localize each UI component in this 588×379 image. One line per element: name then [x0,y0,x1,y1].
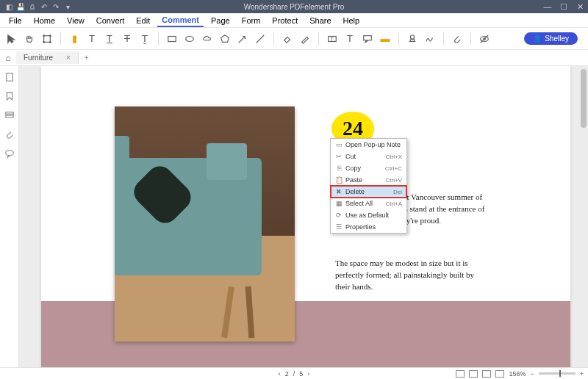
delete-icon: ✖ [334,188,344,195]
line-shape-icon[interactable] [253,32,268,46]
quick-access-toolbar: ◧ 💾 ⎙ ↶ ↷ ▾ [0,2,72,11]
menu-comment[interactable]: Comment [157,14,204,27]
home-tab-icon[interactable]: ⌂ [0,53,16,63]
bookmarks-panel-icon[interactable] [4,91,15,101]
menu-help[interactable]: Help [339,15,365,26]
undo-icon[interactable]: ↶ [40,2,49,11]
view-mode-facing-icon[interactable] [482,370,491,378]
oval-shape-icon[interactable] [182,32,197,46]
callout-icon[interactable] [360,32,375,46]
zoom-slider[interactable] [539,372,576,375]
svg-point-1 [43,35,45,36]
pencil-icon[interactable] [298,32,312,46]
edit-tool-icon[interactable] [40,32,54,46]
document-tab-bar: ⌂ Furniture × + [0,50,588,66]
ctx-select-all[interactable]: ▦ Select All Ctrl+A [331,198,406,209]
ctx-use-as-default[interactable]: ⟳ Use as Default [331,209,406,221]
svg-rect-10 [364,35,372,40]
pdf-page: 24 OUR SINC At the edge of a quaint Vanc… [41,66,570,367]
document-canvas[interactable]: 24 OUR SINC At the edge of a quaint Vanc… [19,66,588,367]
svg-rect-15 [5,112,13,115]
polygon-shape-icon[interactable] [218,32,232,46]
view-mode-continuous-icon[interactable] [469,370,478,378]
print-icon[interactable]: ⎙ [28,2,37,11]
area-highlight-icon[interactable]: ▬ [378,32,392,46]
eraser-icon[interactable] [280,32,295,46]
current-page[interactable]: 2 [285,370,289,378]
maximize-button[interactable]: ☐ [559,2,569,12]
properties-icon: ☰ [334,223,344,231]
tab-close-icon[interactable]: × [66,54,71,62]
user-icon: 👤 [533,35,542,43]
zoom-in-button[interactable]: + [580,370,584,378]
ctx-cut[interactable]: ✂ Cut Ctrl+X [331,151,406,162]
highlight-icon[interactable]: T [85,32,99,46]
cloud-shape-icon[interactable] [200,32,215,46]
status-bar: ‹ 2 /5 › 156% − + [0,367,588,379]
user-name: Shelley [545,35,569,43]
svg-marker-7 [221,35,229,42]
rectangle-shape-icon[interactable] [165,32,179,46]
app-title: Wondershare PDFelement Pro [244,3,345,11]
qat-dropdown-icon[interactable]: ▾ [63,2,72,11]
page-navigator: ‹ 2 /5 › [279,370,310,378]
menu-form[interactable]: Form [237,15,265,26]
next-page-button[interactable]: › [307,370,309,378]
svg-rect-5 [168,36,176,41]
svg-point-17 [5,151,13,156]
ctx-delete[interactable]: ✖ Delete Del [331,186,406,198]
strikethrough-icon[interactable]: T [120,32,135,46]
menu-file[interactable]: File [4,15,26,26]
ctx-properties[interactable]: ☰ Properties [331,221,406,233]
minimize-button[interactable]: — [542,2,553,12]
prev-page-button[interactable]: ‹ [279,370,281,378]
menu-share[interactable]: Share [305,15,335,26]
caret-icon[interactable]: T̬ [137,32,152,46]
redo-icon[interactable]: ↷ [51,2,60,11]
svg-point-4 [50,41,51,43]
ctx-open-popup-note[interactable]: ▭ Open Pop-up Note [331,139,406,151]
hide-annotations-icon[interactable] [477,32,492,46]
vertical-scrollbar[interactable] [581,69,587,128]
svg-text:T: T [330,36,334,41]
menu-protect[interactable]: Protect [268,15,302,26]
save-icon[interactable]: 💾 [16,2,25,11]
attachments-panel-icon[interactable] [4,129,15,140]
ctx-copy[interactable]: ⎘ Copy Ctrl+C [331,162,406,174]
menu-view[interactable]: View [62,15,89,26]
select-tool-icon[interactable] [4,32,19,46]
svg-point-3 [43,41,45,43]
close-button[interactable]: ✕ [575,2,585,12]
menu-convert[interactable]: Convert [92,15,129,26]
sticky-note-icon[interactable]: ▮ [67,32,82,46]
svg-rect-14 [6,73,12,82]
comment-toolbar: ▮ T T T T̬ T T ▬ 👤 Shelley [0,28,588,50]
svg-point-2 [50,35,51,36]
signature-icon[interactable] [423,32,437,46]
view-mode-facing-continuous-icon[interactable] [495,370,504,378]
svg-point-11 [410,35,414,38]
menu-edit[interactable]: Edit [132,15,154,26]
document-tab[interactable]: Furniture × [16,51,79,64]
hand-tool-icon[interactable] [22,32,37,46]
select-all-icon: ▦ [334,200,344,207]
stamp-icon[interactable] [405,32,420,46]
search-panel-icon[interactable] [4,110,15,120]
zoom-value: 156% [509,370,526,378]
menu-page[interactable]: Page [207,15,234,26]
view-mode-single-icon[interactable] [456,370,465,378]
paste-icon: 📋 [334,176,344,184]
textbox-icon[interactable]: T [325,32,340,46]
user-button[interactable]: 👤 Shelley [524,32,578,45]
underline-icon[interactable]: T [102,32,117,46]
add-tab-button[interactable]: + [79,54,95,62]
menu-home[interactable]: Home [29,15,60,26]
thumbnails-panel-icon[interactable] [4,72,15,82]
ctx-paste[interactable]: 📋 Paste Ctrl+V [331,174,406,186]
zoom-out-button[interactable]: − [530,370,534,378]
page-paragraph-2: The space may be modest in size but it i… [335,257,490,292]
arrow-shape-icon[interactable] [235,32,250,46]
attachment-icon[interactable] [450,32,465,46]
comments-panel-icon[interactable] [4,148,15,159]
typewriter-icon[interactable]: T [343,32,357,46]
